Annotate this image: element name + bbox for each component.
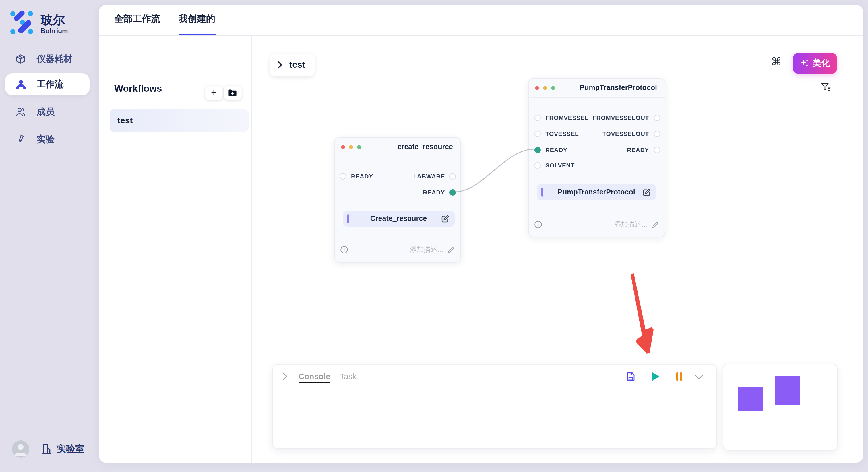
port-label: FROMVESSEL <box>546 115 589 121</box>
port-input-solvent[interactable] <box>534 162 540 169</box>
sidebar-item-label: 工作流 <box>37 78 63 90</box>
sidebar-item-instruments[interactable]: 仪器耗材 <box>5 48 90 70</box>
port-output-ready[interactable] <box>654 146 660 153</box>
description-placeholder[interactable]: 添加描述... <box>410 245 443 255</box>
app-window: 玻尔 Bohrium 仪器耗材 <box>0 0 868 472</box>
green-dot-icon <box>357 145 361 149</box>
port-label: READY <box>546 146 567 153</box>
members-icon <box>16 107 26 117</box>
divider <box>334 156 460 157</box>
tab-my-created[interactable]: 我创建的 <box>179 5 215 35</box>
port-output-labware[interactable] <box>450 173 456 179</box>
cube-icon <box>16 54 26 64</box>
port-input-ready[interactable] <box>534 146 540 153</box>
port-input-tovessel[interactable] <box>534 131 540 137</box>
yellow-dot-icon <box>349 145 353 149</box>
console-tab-underline <box>299 382 330 383</box>
port-label: READY <box>423 189 445 196</box>
node-footer: 添加描述... <box>534 220 659 229</box>
sidebar-item-label: 成员 <box>37 106 55 118</box>
logo-title: 玻尔 <box>41 12 68 28</box>
workflow-icon <box>16 79 26 90</box>
edge-ready-to-ready <box>455 149 534 192</box>
info-icon[interactable] <box>534 221 542 228</box>
info-icon[interactable] <box>340 246 348 254</box>
add-workflow-button[interactable]: + <box>205 86 223 100</box>
collapse-chevron-icon[interactable] <box>282 372 288 380</box>
main-content: 全部工作流 我创建的 Workflows + test <box>99 5 863 463</box>
port-output-fromvesselout[interactable] <box>654 115 660 121</box>
chevron-down-icon[interactable] <box>694 374 703 379</box>
workflow-tabbar: 全部工作流 我创建的 <box>99 5 863 36</box>
sidebar-user: 实验室 <box>12 440 84 458</box>
pencil-icon[interactable] <box>651 221 659 228</box>
minimap-node-create-resource <box>738 386 763 410</box>
port-input-fromvessel[interactable] <box>534 115 540 121</box>
sidebar-item-members[interactable]: 成员 <box>5 101 90 123</box>
minimap[interactable] <box>723 363 838 450</box>
divider <box>529 97 664 98</box>
node-action-label: Create_resource <box>343 211 454 227</box>
port-label: READY <box>627 146 649 153</box>
port-label: SOLVENT <box>546 162 575 169</box>
sidebar-menu: 仪器耗材 工作流 <box>5 48 90 154</box>
workflow-list-item[interactable]: test <box>110 109 249 132</box>
plus-icon: + <box>211 87 217 99</box>
yellow-dot-icon <box>543 86 547 90</box>
node-title: PumpTransferProtocol <box>580 78 657 97</box>
port-label: READY <box>351 173 373 179</box>
edit-icon[interactable] <box>441 214 449 223</box>
command-grid-icon[interactable]: ⌘ <box>771 56 782 67</box>
port-label: FROMVESSELOUT <box>592 115 649 121</box>
sidebar-item-label: 实验 <box>37 133 55 145</box>
port-label: LABWARE <box>413 173 445 179</box>
tab-console[interactable]: Console <box>299 371 330 380</box>
logo-subtitle: Bohrium <box>41 28 68 35</box>
annotation-arrow <box>631 273 654 353</box>
bohrium-logo-icon <box>10 10 34 36</box>
flask-icon <box>16 134 26 144</box>
play-icon[interactable] <box>652 372 659 380</box>
panel-title: Workflows <box>114 83 162 94</box>
sparkles-icon <box>800 59 809 68</box>
pencil-icon[interactable] <box>447 246 455 254</box>
beautify-label: 美化 <box>813 58 830 69</box>
minimap-node-pump-transfer <box>775 375 800 405</box>
user-avatar[interactable] <box>12 440 29 458</box>
node-action-button[interactable]: PumpTransferProtocol <box>537 184 656 200</box>
chevron-right-icon <box>277 61 282 69</box>
node-create-resource[interactable]: create_resource READY LABWARE READY Crea… <box>334 137 461 263</box>
breadcrumb[interactable]: test <box>270 54 315 76</box>
workflows-panel: Workflows + test <box>99 35 252 463</box>
red-dot-icon <box>341 145 345 149</box>
port-output-ready[interactable] <box>450 189 456 196</box>
node-title: create_resource <box>398 137 453 156</box>
port-input-ready[interactable] <box>340 173 346 179</box>
traffic-dots <box>535 86 555 90</box>
sidebar-item-experiments[interactable]: 实验 <box>5 129 90 150</box>
tab-all-workflows[interactable]: 全部工作流 <box>114 5 160 35</box>
beautify-button[interactable]: 美化 <box>793 53 837 74</box>
traffic-dots <box>341 145 361 149</box>
green-dot-icon <box>551 86 555 90</box>
save-icon[interactable] <box>626 371 636 381</box>
port-label: TOVESSELOUT <box>602 131 649 137</box>
breadcrumb-label: test <box>289 60 305 70</box>
filter-icon[interactable] <box>821 82 831 94</box>
node-action-label: PumpTransferProtocol <box>537 184 656 200</box>
sidebar-item-workflow[interactable]: 工作流 <box>5 73 90 95</box>
import-workflow-button[interactable] <box>224 86 241 100</box>
lab-switcher[interactable]: 实验室 <box>41 443 84 456</box>
description-placeholder[interactable]: 添加描述... <box>614 220 647 229</box>
sidebar-item-label: 仪器耗材 <box>37 53 72 65</box>
edit-icon[interactable] <box>642 188 651 196</box>
sidebar: 玻尔 Bohrium 仪器耗材 <box>0 0 99 472</box>
node-pump-transfer-protocol[interactable]: PumpTransferProtocol FROMVESSEL FROMVESS… <box>528 78 665 237</box>
building-icon <box>41 443 52 456</box>
bohrium-logo: 玻尔 Bohrium <box>10 10 68 36</box>
node-action-button[interactable]: Create_resource <box>343 211 454 227</box>
tab-task[interactable]: Task <box>340 371 356 380</box>
lab-label: 实验室 <box>57 443 84 455</box>
pause-icon[interactable] <box>676 372 683 380</box>
port-output-tovesselout[interactable] <box>654 131 660 137</box>
